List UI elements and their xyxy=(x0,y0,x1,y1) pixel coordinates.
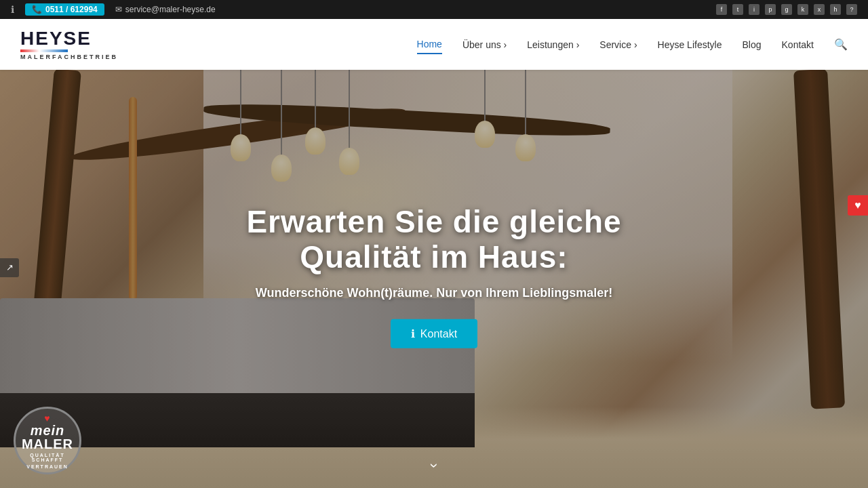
cta-icon: ℹ xyxy=(411,327,415,340)
main-nav: Home Über uns › Leistungen › Service › H… xyxy=(417,35,848,54)
search-icon[interactable]: 🔍 xyxy=(834,38,848,51)
help-icon[interactable]: ? xyxy=(846,4,857,15)
hero-cta-button[interactable]: ℹ Kontakt xyxy=(391,319,477,348)
logo-sub: MALERFACHBETRIEB xyxy=(20,54,118,60)
email-link[interactable]: ✉ service@maler-heyse.de xyxy=(115,5,216,14)
nav-home[interactable]: Home xyxy=(417,35,442,54)
logo-name: HEYSE xyxy=(20,29,92,48)
instagram-icon[interactable]: i xyxy=(749,4,760,15)
hero-title: Erwarten Sie die gleiche Qualität im Hau… xyxy=(197,203,671,275)
badge-maler: MALER xyxy=(22,437,73,451)
chevron-down-icon: › xyxy=(425,463,443,468)
google-icon[interactable]: g xyxy=(781,4,792,15)
facebook-icon[interactable]: f xyxy=(716,4,727,15)
scroll-down-arrow[interactable]: › xyxy=(431,457,436,474)
twitter-icon[interactable]: t xyxy=(732,4,743,15)
header: HEYSE MALERFACHBETRIEB Home Über uns › L… xyxy=(0,19,868,70)
badge-sub2: VERTRAUEN xyxy=(26,464,68,469)
wishlist-button[interactable]: ♥ xyxy=(848,195,868,216)
info-icon: ℹ xyxy=(11,4,14,15)
quality-badge: ♥ mein MALER QUALITÄT SCHAFFT VERTRAUEN xyxy=(14,407,81,474)
top-bar-left: ℹ 📞 0511 / 612994 ✉ service@maler-heyse.… xyxy=(11,3,216,16)
wishlist-icon: ♥ xyxy=(854,199,861,211)
phone-button[interactable]: 📞 0511 / 612994 xyxy=(25,3,104,16)
badge-heart-icon: ♥ xyxy=(44,413,50,424)
email-address: service@maler-heyse.de xyxy=(125,5,216,14)
hero-subtitle: Wunderschöne Wohn(t)räume. Nur von Ihrem… xyxy=(197,286,671,300)
nav-kontakt[interactable]: Kontakt xyxy=(782,36,814,54)
top-bar: ℹ 📞 0511 / 612994 ✉ service@maler-heyse.… xyxy=(0,0,868,19)
xing-icon[interactable]: x xyxy=(814,4,825,15)
houzz-icon[interactable]: h xyxy=(830,4,841,15)
badge-mein: mein xyxy=(31,424,65,437)
top-bar-right: f t i p g k x h ? xyxy=(716,4,857,15)
nav-blog[interactable]: Blog xyxy=(742,36,761,54)
nav-leistungen[interactable]: Leistungen › xyxy=(527,36,579,54)
badge-sub1: QUALITÄT SCHAFFT xyxy=(16,453,79,462)
nav-service[interactable]: Service › xyxy=(599,36,637,54)
phone-number: 0511 / 612994 xyxy=(45,5,98,14)
pinterest-icon[interactable]: p xyxy=(765,4,776,15)
email-icon: ✉ xyxy=(115,5,122,14)
nav-lifestyle[interactable]: Heyse Lifestyle xyxy=(658,36,722,54)
nav-ueber-uns[interactable]: Über uns › xyxy=(462,36,507,54)
logo: HEYSE MALERFACHBETRIEB xyxy=(20,29,118,60)
share-button[interactable]: ↗ xyxy=(0,258,19,277)
logo-stripe xyxy=(20,49,68,52)
cta-label: Kontakt xyxy=(420,328,457,340)
hero-title-line1: Erwarten Sie die gleiche xyxy=(246,203,621,239)
hero-title-line2: Qualität im Haus: xyxy=(300,239,568,274)
linkedin-icon[interactable]: k xyxy=(797,4,808,15)
hero-content: Erwarten Sie die gleiche Qualität im Hau… xyxy=(197,203,671,348)
hero-section: ↗ ♥ Erwarten Sie die gleiche Qualität im… xyxy=(0,70,868,488)
phone-icon: 📞 xyxy=(32,5,42,14)
share-icon: ↗ xyxy=(6,262,14,272)
